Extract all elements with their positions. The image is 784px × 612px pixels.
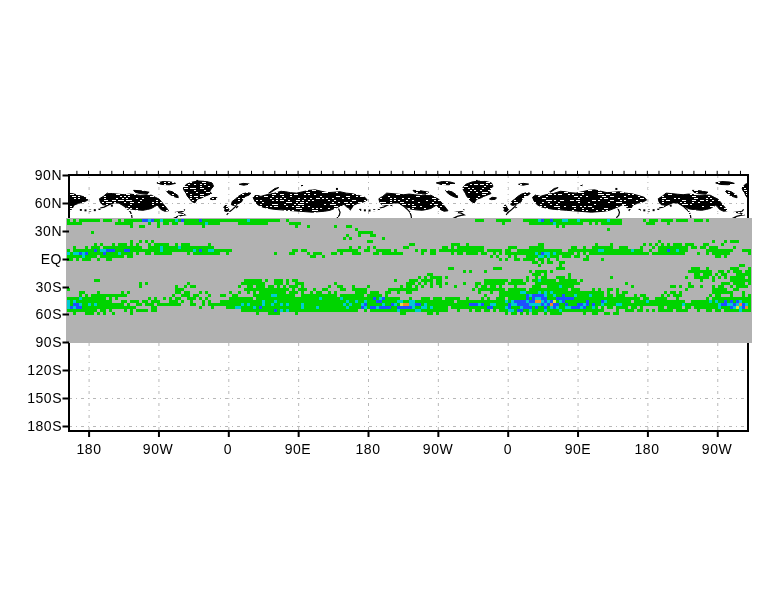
y-tick-label: 60N xyxy=(35,196,62,210)
x-tick-label: 180 xyxy=(635,442,660,456)
x-tick-label: 180 xyxy=(356,442,381,456)
y-tick-label: 90N xyxy=(35,168,62,182)
x-tick-label: 90W xyxy=(702,442,732,456)
x-tick-label: 90W xyxy=(143,442,173,456)
x-tick-label: 0 xyxy=(504,442,512,456)
grads-plot-figure: 90N60N30NEQ30S60S90S120S150S180S18090W09… xyxy=(0,0,784,612)
chart-canvas xyxy=(0,0,784,612)
x-tick-label: 180 xyxy=(77,442,102,456)
x-tick-label: 90E xyxy=(565,442,591,456)
y-tick-label: 60S xyxy=(36,307,62,321)
y-tick-label: 120S xyxy=(27,363,62,377)
y-tick-label: 90S xyxy=(36,335,62,349)
x-tick-label: 0 xyxy=(224,442,232,456)
y-tick-label: EQ xyxy=(41,252,62,266)
y-tick-label: 180S xyxy=(27,419,62,433)
x-tick-label: 90E xyxy=(285,442,311,456)
x-tick-label: 90W xyxy=(423,442,453,456)
y-tick-label: 30S xyxy=(36,280,62,294)
y-tick-label: 150S xyxy=(27,391,62,405)
y-tick-label: 30N xyxy=(35,224,62,238)
